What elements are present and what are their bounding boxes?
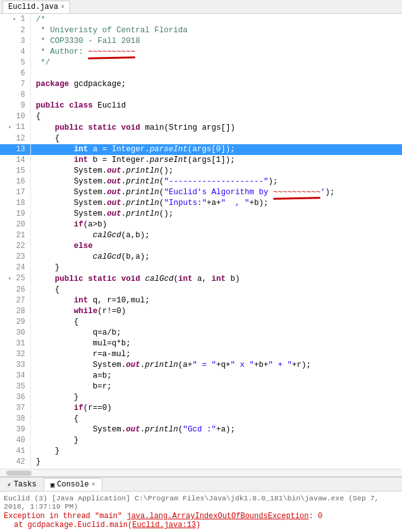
console-at-line: at gcdpackage.Euclid.main(Euclid.java:13… bbox=[4, 521, 398, 529]
table-row: 24 } bbox=[0, 263, 402, 273]
table-row: 27 int q, r=10,mul; bbox=[0, 295, 402, 306]
fold-indicator[interactable] bbox=[8, 274, 11, 283]
fold-indicator[interactable] bbox=[13, 15, 16, 23]
console-tab-label: Console bbox=[57, 480, 88, 489]
code-line: * COP3330 - Fall 2018 bbox=[30, 36, 402, 47]
line-number: 10 bbox=[0, 111, 30, 122]
code-line: { bbox=[30, 133, 402, 144]
tasks-tab-label: Tasks bbox=[14, 480, 37, 489]
table-row: 41 } bbox=[0, 446, 402, 457]
code-line: } bbox=[30, 457, 402, 467]
editor-area: 1/*2 * Univeristy of Central Florida3 * … bbox=[0, 14, 402, 469]
table-row: 29 { bbox=[0, 317, 402, 328]
table-row: 19 System.out.println(); bbox=[0, 209, 402, 220]
code-line: /* bbox=[30, 14, 402, 25]
code-line: */ bbox=[30, 58, 402, 68]
line-number: 38 bbox=[0, 414, 30, 424]
code-line: System.out.println(); bbox=[30, 166, 402, 176]
line-number: 28 bbox=[0, 306, 30, 317]
editor-tab[interactable]: Euclid.java × bbox=[3, 1, 70, 13]
line-number: 6 bbox=[0, 68, 30, 79]
code-line: } bbox=[30, 263, 402, 273]
table-row: 23 calGcd(b,a); bbox=[0, 252, 402, 263]
tab-bar: Euclid.java × bbox=[0, 0, 402, 14]
code-line: System.out.println("--------------------… bbox=[30, 176, 402, 187]
scrollbar-thumb[interactable] bbox=[6, 471, 32, 476]
code-line: calGcd(b,a); bbox=[30, 252, 402, 263]
line-number: 35 bbox=[0, 381, 30, 392]
table-row: 18 System.out.println("Inputs:"+a+" , "+… bbox=[0, 198, 402, 209]
line-number: 9 bbox=[0, 101, 30, 111]
table-row: 16 System.out.println("-----------------… bbox=[0, 176, 402, 187]
code-line: if(r==0) bbox=[30, 403, 402, 414]
table-row: 31 mul=q*b; bbox=[0, 338, 402, 349]
table-row: 21 calGcd(a,b); bbox=[0, 230, 402, 241]
line-number: 26 bbox=[0, 285, 30, 295]
code-line: int q, r=10,mul; bbox=[30, 295, 402, 306]
line-number: 31 bbox=[0, 338, 30, 349]
table-row: 14 int b = Integer.parseInt(args[1]); bbox=[0, 155, 402, 166]
line-number: 12 bbox=[0, 133, 30, 144]
console-tab[interactable]: ▣ Console × bbox=[44, 478, 102, 491]
table-row: 34 a=b; bbox=[0, 371, 402, 381]
table-row: 6 bbox=[0, 68, 402, 79]
code-line: public static void calGcd(int a, int b) bbox=[30, 273, 402, 285]
line-number: 32 bbox=[0, 349, 30, 360]
fold-indicator[interactable] bbox=[8, 123, 11, 132]
tab-close-icon[interactable]: × bbox=[61, 4, 64, 11]
table-row: 33 System.out.println(a+" = "+q+" x "+b+… bbox=[0, 360, 402, 371]
table-row: 7package gcdpackage; bbox=[0, 79, 402, 90]
line-number: 7 bbox=[0, 79, 30, 90]
code-line: { bbox=[30, 111, 402, 122]
table-row: 40 } bbox=[0, 435, 402, 446]
bottom-tabs: ⚡ Tasks ▣ Console × bbox=[0, 478, 402, 492]
line-number: 1 bbox=[0, 14, 30, 25]
code-line: System.out.println(a+" = "+q+" x "+b+" +… bbox=[30, 360, 402, 371]
code-line: } bbox=[30, 435, 402, 446]
code-line: public static void main(String args[]) bbox=[30, 122, 402, 133]
line-number: 25 bbox=[0, 273, 30, 285]
table-row: 15 System.out.println(); bbox=[0, 166, 402, 176]
tasks-icon: ⚡ bbox=[7, 481, 11, 489]
line-number: 23 bbox=[0, 252, 30, 263]
table-row: 10{ bbox=[0, 111, 402, 122]
code-line: * Univeristy of Central Florida bbox=[30, 25, 402, 36]
line-number: 37 bbox=[0, 403, 30, 414]
table-row: 3 * COP3330 - Fall 2018 bbox=[0, 36, 402, 47]
table-row: 9public class Euclid bbox=[0, 101, 402, 111]
line-number: 15 bbox=[0, 166, 30, 176]
line-number: 34 bbox=[0, 371, 30, 381]
code-line: while(r!=0) bbox=[30, 306, 402, 317]
console-exception-line: Exception in thread "main" java.lang.Arr… bbox=[4, 512, 398, 521]
code-line: int b = Integer.parseInt(args[1]); bbox=[30, 155, 402, 166]
code-line: calGcd(a,b); bbox=[30, 230, 402, 241]
table-row: 8 bbox=[0, 90, 402, 101]
code-line: System.out.println("Gcd :"+a); bbox=[30, 424, 402, 435]
line-number: 21 bbox=[0, 230, 30, 241]
tab-filename: Euclid.java bbox=[8, 3, 58, 11]
code-line: q=a/b; bbox=[30, 328, 402, 338]
table-row: 37 if(r==0) bbox=[0, 403, 402, 414]
horizontal-scrollbar[interactable] bbox=[0, 469, 402, 476]
line-number: 42 bbox=[0, 457, 30, 467]
line-number: 19 bbox=[0, 209, 30, 220]
tasks-tab[interactable]: ⚡ Tasks bbox=[0, 478, 44, 491]
table-row: 30 q=a/b; bbox=[0, 328, 402, 338]
table-row: 5 */ bbox=[0, 58, 402, 68]
console-output: Euclid (3) [Java Application] C:\Program… bbox=[0, 492, 402, 532]
code-line: int a = Integer.parseInt(args[0]); bbox=[30, 144, 402, 155]
code-line: * Author: ~~~~~~~~~~ bbox=[30, 47, 402, 58]
line-number: 22 bbox=[0, 241, 30, 252]
line-number: 14 bbox=[0, 155, 30, 166]
table-row: 26 { bbox=[0, 285, 402, 295]
code-line: } bbox=[30, 392, 402, 403]
table-row: 38 { bbox=[0, 414, 402, 424]
code-line: { bbox=[30, 317, 402, 328]
line-number: 16 bbox=[0, 176, 30, 187]
console-close-icon[interactable]: × bbox=[92, 481, 95, 488]
code-table: 1/*2 * Univeristy of Central Florida3 * … bbox=[0, 14, 402, 467]
table-row: 1/* bbox=[0, 14, 402, 25]
table-row: 25 public static void calGcd(int a, int … bbox=[0, 273, 402, 285]
line-number: 24 bbox=[0, 263, 30, 273]
code-line: System.out.println("Euclid's Algorithm b… bbox=[30, 187, 402, 198]
